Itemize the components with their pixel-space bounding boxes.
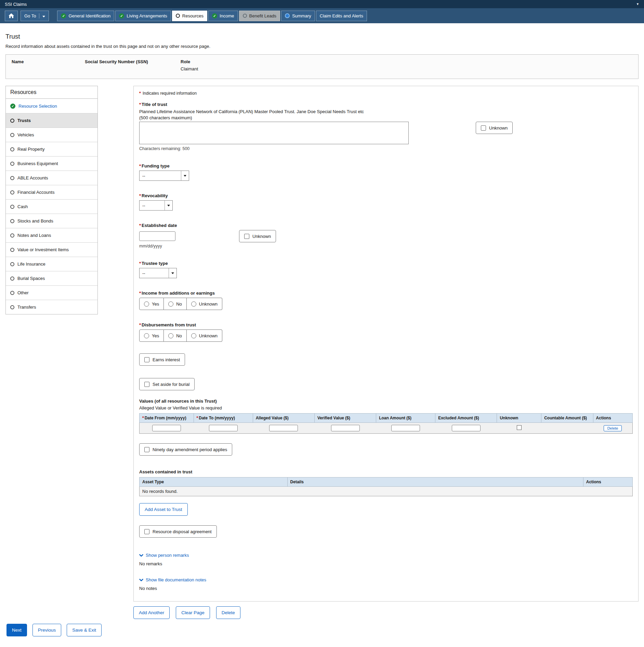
ssn-label: Social Security Number (SSN) bbox=[85, 59, 181, 64]
sidebar-item-able-accounts[interactable]: ABLE Accounts bbox=[6, 171, 97, 185]
sidebar-item-vehicles[interactable]: Vehicles bbox=[6, 127, 97, 142]
tab-living-arrangements[interactable]: ✓ Living Arrangements bbox=[115, 11, 171, 21]
radio-icon bbox=[191, 301, 196, 307]
sidebar-item-stocks-and-bonds[interactable]: Stocks and Bonds bbox=[6, 214, 97, 228]
sidebar-item-real-property[interactable]: Real Property bbox=[6, 142, 97, 156]
person-summary-box: Name Social Security Number (SSN) Role C… bbox=[5, 54, 639, 79]
established-date-unknown-checkbox[interactable]: Unknown bbox=[239, 230, 276, 242]
radio-circle-icon bbox=[10, 248, 14, 252]
tab-label: Summary bbox=[292, 13, 311, 18]
field-established-date: *Established date Unknown mm/dd/yyyy bbox=[139, 223, 633, 248]
tab-resources[interactable]: Resources bbox=[172, 11, 207, 21]
required-asterisk: * bbox=[139, 91, 141, 96]
home-icon bbox=[9, 13, 14, 18]
sidebar-item-burial-spaces[interactable]: Burial Spaces bbox=[6, 271, 97, 285]
nav-tabs: ✓ General Identification ✓ Living Arrang… bbox=[57, 11, 367, 21]
revocability-label: *Revocability bbox=[139, 193, 633, 198]
verified-value-input[interactable] bbox=[331, 425, 360, 431]
save-exit-button[interactable]: Save & Exit bbox=[67, 624, 102, 636]
caret-down-icon bbox=[169, 268, 176, 278]
field-set-aside-burial: Set aside for burial bbox=[139, 378, 633, 390]
earns-interest-checkbox[interactable]: Earns interest bbox=[139, 353, 185, 366]
assets-table: Asset Type Details Actions No records fo… bbox=[139, 477, 633, 496]
radio-circle-icon bbox=[10, 119, 14, 123]
ninety-day-checkbox[interactable]: Ninety day amendment period applies bbox=[139, 443, 232, 456]
sidebar-item-financial-accounts[interactable]: Financial Accounts bbox=[6, 185, 97, 199]
tab-summary[interactable]: Summary bbox=[281, 11, 315, 21]
values-section-title: Values (of all resources in this Trust) bbox=[139, 399, 633, 404]
sidebar-item-value-investment-items[interactable]: Value or Investment Items bbox=[6, 242, 97, 257]
radio-circle-icon bbox=[176, 14, 180, 18]
tab-income[interactable]: ✓ Income bbox=[208, 11, 238, 21]
sidebar-item-life-insurance[interactable]: Life Insurance bbox=[6, 257, 97, 271]
check-circle-icon: ✓ bbox=[10, 104, 15, 109]
disbursements-unknown-radio[interactable]: Unknown bbox=[187, 329, 222, 342]
revocability-select[interactable]: -- bbox=[139, 200, 173, 211]
income-additions-no-radio[interactable]: No bbox=[164, 298, 187, 310]
title-of-trust-textarea[interactable] bbox=[139, 122, 409, 144]
no-records-text: No records found. bbox=[140, 487, 633, 496]
sidebar-item-trusts[interactable]: Trusts bbox=[6, 113, 97, 127]
radio-circle-icon bbox=[10, 233, 14, 238]
check-circle-icon: ✓ bbox=[212, 13, 217, 18]
funding-type-select[interactable]: -- bbox=[139, 171, 189, 181]
sidebar-item-resource-selection[interactable]: ✓ Resource Selection bbox=[6, 99, 97, 113]
disbursements-yes-radio[interactable]: Yes bbox=[139, 329, 164, 342]
established-date-input[interactable] bbox=[139, 231, 175, 241]
add-asset-button[interactable]: Add Asset to Trust bbox=[139, 503, 188, 516]
tab-label: Income bbox=[220, 13, 234, 18]
goto-dropdown[interactable]: Go To bbox=[21, 11, 49, 21]
show-file-notes-toggle[interactable]: Show file documentation notes bbox=[139, 577, 206, 582]
date-to-input[interactable] bbox=[209, 425, 238, 431]
row-unknown-checkbox[interactable] bbox=[517, 425, 522, 430]
sidebar-item-cash[interactable]: Cash bbox=[6, 199, 97, 214]
trustee-type-select[interactable]: -- bbox=[139, 268, 177, 278]
values-section: Values (of all resources in this Trust) … bbox=[139, 399, 633, 434]
disbursements-no-radio[interactable]: No bbox=[164, 329, 187, 342]
date-from-input[interactable] bbox=[152, 425, 181, 431]
goto-label: Go To bbox=[24, 13, 36, 18]
title-unknown-checkbox[interactable]: Unknown bbox=[476, 122, 513, 134]
tab-general-identification[interactable]: ✓ General Identification bbox=[57, 11, 114, 21]
excluded-amount-input[interactable] bbox=[452, 425, 481, 431]
caret-down-icon bbox=[181, 171, 189, 180]
radio-circle-icon bbox=[243, 14, 247, 18]
clear-page-button[interactable]: Clear Page bbox=[176, 606, 210, 619]
home-button[interactable] bbox=[5, 11, 18, 21]
name-label: Name bbox=[12, 59, 85, 64]
titlebar-caret-down-icon[interactable]: ▼ bbox=[636, 2, 639, 6]
field-income-from-additions: *Income from additions or earnings Yes N… bbox=[139, 291, 633, 310]
col-details: Details bbox=[287, 477, 583, 487]
set-aside-burial-checkbox[interactable]: Set aside for burial bbox=[139, 378, 195, 390]
delete-page-button[interactable]: Delete bbox=[216, 606, 240, 619]
radio-circle-icon bbox=[10, 133, 14, 137]
income-additions-unknown-radio[interactable]: Unknown bbox=[187, 298, 222, 310]
sidebar-item-other[interactable]: Other bbox=[6, 285, 97, 300]
radio-circle-icon bbox=[10, 291, 14, 295]
income-additions-yes-radio[interactable]: Yes bbox=[139, 298, 164, 310]
show-person-remarks-toggle[interactable]: Show person remarks bbox=[139, 553, 189, 558]
loan-amount-input[interactable] bbox=[391, 425, 420, 431]
tab-claim-edits-alerts[interactable]: Claim Edits and Alerts bbox=[316, 11, 367, 21]
sidebar-item-business-equipment[interactable]: Business Equipment bbox=[6, 156, 97, 171]
col-date-to: *Date To (mm/yyyy) bbox=[194, 414, 253, 423]
person-name-col: Name bbox=[12, 59, 85, 79]
sidebar-item-notes-and-loans[interactable]: Notes and Loans bbox=[6, 228, 97, 242]
alleged-value-input[interactable] bbox=[269, 425, 298, 431]
radio-circle-icon bbox=[10, 262, 14, 266]
delete-value-row-button[interactable]: Delete bbox=[604, 425, 622, 431]
values-section-note: Alleged Value or Verified Value is requi… bbox=[139, 405, 633, 410]
previous-button[interactable]: Previous bbox=[32, 624, 62, 636]
add-another-button[interactable]: Add Another bbox=[133, 606, 170, 619]
col-date-from: *Date From (mm/yyyy) bbox=[140, 414, 194, 423]
person-role-col: Role Claimant bbox=[181, 59, 638, 79]
resource-disposal-checkbox[interactable]: Resource disposal agreement bbox=[139, 525, 217, 538]
next-button[interactable]: Next bbox=[6, 624, 27, 636]
radio-icon bbox=[168, 301, 173, 307]
date-format-hint: mm/dd/yyyy bbox=[139, 244, 633, 248]
disbursements-label: *Disbursements from trust bbox=[139, 322, 633, 327]
main-nav: Go To ✓ General Identification ✓ Living … bbox=[0, 8, 644, 23]
sidebar-item-transfers[interactable]: Transfers bbox=[6, 300, 97, 314]
remarks-empty-text: No remarks bbox=[139, 561, 633, 566]
tab-benefit-leads[interactable]: Benefit Leads bbox=[239, 11, 280, 21]
